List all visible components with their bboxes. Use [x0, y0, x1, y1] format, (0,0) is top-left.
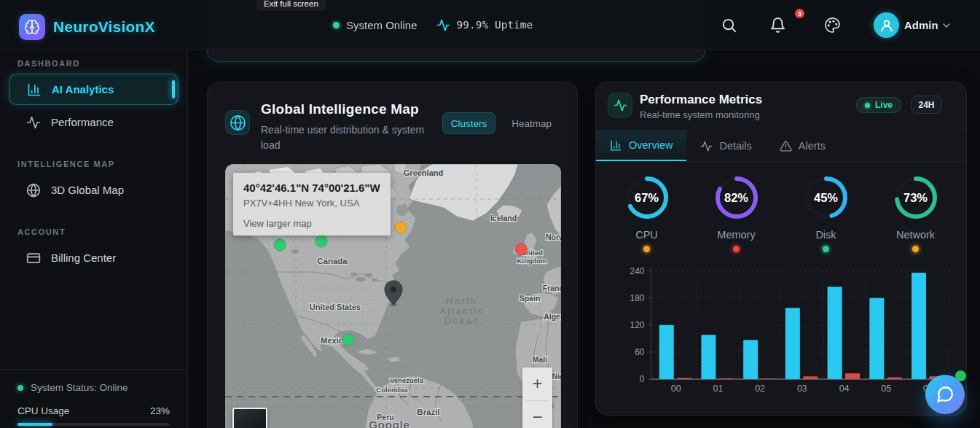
- tab-alerts[interactable]: Alerts: [766, 131, 839, 161]
- system-status-footer-label: System Status: Online: [31, 382, 128, 393]
- metrics-tabs: OverviewDetailsAlerts: [596, 130, 966, 162]
- map-marker[interactable]: [274, 239, 286, 251]
- satellite-toggle-thumbnail[interactable]: [232, 408, 267, 428]
- sidebar: DASHBOARDAI AnalyticsPerformanceINTELLIG…: [0, 50, 188, 428]
- bar-errors[interactable]: [845, 373, 860, 379]
- map-zoom-control: + −: [522, 367, 552, 428]
- sidebar-footer: System Status: Online CPU Usage 23%: [0, 369, 187, 428]
- y-tick-label: 180: [630, 293, 644, 303]
- cpu-usage-label: CPU Usage: [17, 405, 69, 416]
- map-pin-hole: [391, 287, 397, 293]
- palette-icon[interactable]: [824, 17, 841, 34]
- ocean-label: North: [446, 296, 477, 306]
- bar-throughput[interactable]: [743, 340, 758, 379]
- sidebar-item-label: AI Analytics: [52, 83, 114, 96]
- x-tick-label: 01: [713, 384, 723, 394]
- live-dot-icon: [865, 103, 870, 108]
- cpu-usage-progress-fill: [17, 423, 52, 426]
- system-status-label: System Online: [346, 19, 418, 31]
- tab-label: Alerts: [799, 140, 826, 152]
- bar-errors[interactable]: [803, 376, 818, 379]
- x-tick-label: 03: [797, 384, 807, 394]
- globe-icon: [225, 110, 250, 135]
- search-icon[interactable]: [721, 17, 737, 34]
- map[interactable]: GreenlandIcelandCanadaUnited StatesMexic…: [225, 164, 561, 428]
- map-label: Greenland: [404, 168, 443, 177]
- globe-icon: [26, 183, 41, 198]
- tab-label: Overview: [629, 139, 673, 151]
- x-tick-label: 02: [755, 384, 765, 394]
- status-cluster: System Online 99.9% Uptime: [333, 0, 533, 50]
- brain-icon: [24, 19, 40, 35]
- sidebar-item-label: Billing Center: [51, 252, 116, 264]
- bar-chart-icon: [27, 82, 42, 97]
- sidebar-item-ai-analytics[interactable]: AI Analytics: [9, 74, 179, 105]
- activity-icon: [700, 140, 713, 152]
- gauge-label: CPU: [635, 229, 658, 241]
- map-label: Kingdom: [517, 257, 546, 265]
- map-card-subtitle: Real-time user distribution & system loa…: [261, 122, 436, 153]
- tab-label: Details: [719, 140, 751, 152]
- map-label: France: [543, 284, 561, 292]
- map-label: Niger: [552, 372, 561, 381]
- sidebar-item-3d-global-map[interactable]: 3D Global Map: [9, 174, 179, 206]
- sidebar-item-performance[interactable]: Performance: [9, 106, 179, 138]
- uptime-label: 99.9% Uptime: [457, 19, 533, 31]
- x-tick-label: 04: [839, 384, 850, 394]
- sidebar-item-billing-center[interactable]: Billing Center: [9, 242, 179, 273]
- ocean-label: Ocean: [444, 316, 479, 326]
- bar-errors[interactable]: [887, 378, 902, 379]
- bar-errors[interactable]: [761, 378, 776, 379]
- map-label: Brazil: [417, 408, 439, 416]
- bar-throughput[interactable]: [701, 335, 716, 379]
- map-marker[interactable]: [315, 236, 327, 247]
- user-name[interactable]: Admin: [904, 19, 938, 31]
- map-marker[interactable]: [515, 244, 527, 255]
- gauge-cpu: 67%CPU: [602, 174, 691, 263]
- brand-logo[interactable]: [19, 14, 45, 40]
- bar-errors[interactable]: [677, 378, 691, 379]
- map-marker[interactable]: [395, 222, 407, 233]
- bar-throughput[interactable]: [869, 298, 884, 379]
- chevron-down-icon[interactable]: [941, 20, 952, 31]
- bar-throughput[interactable]: [659, 325, 674, 379]
- map-label: Spain: [520, 294, 541, 303]
- brand: NeuroVisionX: [19, 14, 155, 40]
- map-label: Norway: [546, 233, 561, 241]
- credit-card-icon: [26, 251, 41, 265]
- bar-throughput[interactable]: [828, 287, 842, 379]
- y-tick-label: 0: [640, 374, 645, 384]
- system-status: System Online: [333, 19, 418, 31]
- chat-online-dot-icon: [955, 370, 966, 381]
- x-tick-label: 00: [671, 384, 681, 394]
- status-dot-icon: [17, 385, 23, 391]
- bar-throughput[interactable]: [785, 308, 800, 379]
- map-card-title: Global Intelligence Map: [261, 101, 419, 117]
- bell-icon[interactable]: [769, 17, 786, 34]
- bar-errors[interactable]: [719, 378, 734, 379]
- avatar[interactable]: [874, 12, 899, 38]
- cpu-usage-value: 23%: [150, 405, 170, 416]
- view-larger-map-link[interactable]: View larger map: [243, 218, 312, 229]
- performance-metrics-card: Performance Metrics Real-time system mon…: [595, 82, 967, 416]
- gauge-label: Memory: [717, 229, 755, 241]
- tab-details[interactable]: Details: [686, 131, 765, 161]
- map-marker[interactable]: [342, 334, 354, 346]
- heatmap-button[interactable]: Heatmap: [503, 112, 560, 134]
- gauge-status-dot-icon: [912, 246, 919, 252]
- info-window-address: PX7V+4HH New York, USA: [243, 198, 380, 209]
- tab-overview[interactable]: Overview: [596, 131, 686, 161]
- zoom-in-button[interactable]: +: [522, 367, 552, 400]
- sidebar-item-label: 3D Global Map: [51, 184, 124, 196]
- map-label: United States: [310, 303, 361, 311]
- metrics-bar-chart: 06012018024000010203040506: [605, 257, 956, 407]
- clusters-button[interactable]: Clusters: [442, 112, 496, 134]
- fullscreen-toast-label: Exit full screen: [264, 0, 318, 11]
- zoom-out-button[interactable]: −: [522, 401, 552, 428]
- time-range-badge[interactable]: 24H: [911, 96, 942, 114]
- bar-throughput[interactable]: [912, 273, 926, 379]
- activity-icon: [608, 93, 632, 117]
- map-label: Mali: [533, 355, 548, 364]
- cpu-usage-progressbar: [17, 423, 170, 426]
- notification-badge[interactable]: 3: [793, 7, 806, 20]
